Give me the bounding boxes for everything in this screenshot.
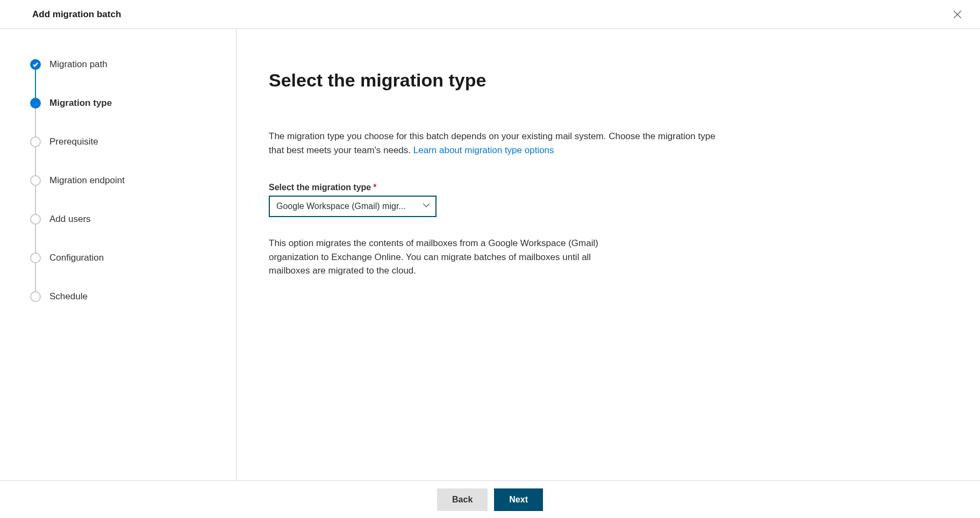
step-indicator-upcoming: [30, 175, 41, 186]
step-connector: [35, 186, 36, 215]
page-title: Select the migration type: [269, 70, 720, 91]
wizard-header: Add migration batch: [0, 0, 980, 29]
main-content: Select the migration type The migration …: [237, 29, 753, 480]
step-label: Migration endpoint: [49, 175, 125, 186]
close-icon: [953, 10, 962, 19]
field-label-text: Select the migration type: [269, 183, 371, 192]
page-description: The migration type you choose for this b…: [269, 130, 720, 157]
step-indicator-current: [30, 98, 41, 109]
chevron-down-icon: [423, 202, 430, 211]
step-connector: [35, 109, 36, 138]
step-connector: [35, 147, 36, 176]
close-button[interactable]: [950, 7, 965, 22]
step-indicator-upcoming: [30, 291, 41, 302]
step-schedule[interactable]: Schedule: [30, 291, 236, 302]
back-button[interactable]: Back: [437, 488, 488, 511]
step-migration-path[interactable]: Migration path: [30, 59, 236, 98]
step-label: Schedule: [49, 291, 88, 302]
step-indicator-completed: [30, 59, 41, 70]
step-list: Migration path Migration type Prerequisi…: [30, 59, 236, 302]
learn-link[interactable]: Learn about migration type options: [413, 145, 554, 155]
step-connector: [35, 263, 36, 292]
step-indicator-upcoming: [30, 214, 41, 225]
dropdown-selected-value: Google Workspace (Gmail) migr...: [276, 202, 406, 211]
wizard-footer: Back Next: [0, 480, 980, 518]
step-migration-type[interactable]: Migration type: [30, 98, 236, 136]
step-connector: [35, 225, 36, 254]
wizard-sidebar: Migration path Migration type Prerequisi…: [0, 29, 237, 480]
step-indicator-upcoming: [30, 136, 41, 147]
step-indicator-upcoming: [30, 253, 41, 263]
step-configuration[interactable]: Configuration: [30, 253, 236, 291]
migration-type-label: Select the migration type*: [269, 183, 720, 192]
step-migration-endpoint[interactable]: Migration endpoint: [30, 175, 236, 214]
step-label: Migration path: [49, 59, 108, 70]
step-prerequisite[interactable]: Prerequisite: [30, 136, 236, 175]
step-connector: [35, 70, 36, 99]
next-button[interactable]: Next: [494, 488, 543, 511]
step-label: Prerequisite: [49, 136, 98, 147]
check-icon: [32, 61, 39, 68]
step-label: Add users: [49, 214, 91, 225]
helper-text: This option migrates the contents of mai…: [269, 236, 634, 278]
step-label: Configuration: [49, 253, 104, 263]
step-label: Migration type: [49, 98, 112, 109]
migration-type-dropdown[interactable]: Google Workspace (Gmail) migr...: [269, 196, 437, 217]
step-add-users[interactable]: Add users: [30, 214, 236, 253]
required-asterisk: *: [373, 183, 376, 192]
wizard-title: Add migration batch: [32, 9, 121, 20]
